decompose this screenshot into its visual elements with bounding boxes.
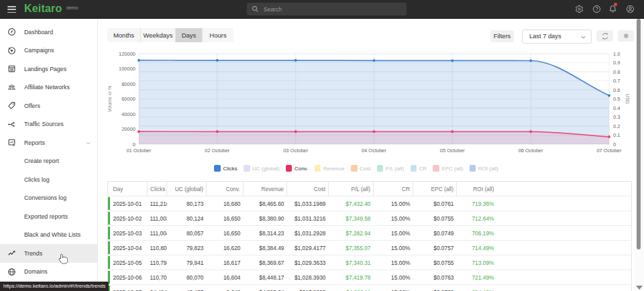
cell-uc-global-: 79,941: [167, 255, 207, 270]
legend-item-conv-[interactable]: Conv.: [286, 165, 308, 172]
svg-text:120000: 120000: [119, 51, 136, 57]
sidebar-item-conversions-log[interactable]: Conversions log: [0, 189, 97, 208]
sidebar-item-label: Campaigns: [24, 47, 54, 54]
help-icon[interactable]: [592, 5, 601, 13]
account-icon[interactable]: [626, 5, 635, 13]
legend-item-epc-all-[interactable]: EPC (all): [433, 165, 463, 172]
tab-days[interactable]: Days: [176, 28, 203, 42]
chevron-down-icon: [580, 34, 586, 40]
legend-item-clicks[interactable]: Clicks: [214, 165, 237, 172]
cell-epc-all-: $0.0763: [413, 270, 457, 285]
cell-roi-all-: 712.64%: [457, 211, 497, 226]
domains-icon: [7, 268, 16, 276]
cell-cost: $1,033.1989: [287, 196, 329, 211]
cell-conv-: 16,604: [207, 270, 244, 285]
settings-gear-icon[interactable]: [575, 5, 584, 13]
app-logo[interactable]: Keitaro: [24, 3, 62, 15]
scrollbar-down-arrow-icon[interactable]: [636, 286, 643, 290]
column-header-day[interactable]: Day: [108, 182, 148, 196]
sidebar-item-exported-reports[interactable]: Exported reports: [0, 207, 97, 226]
column-header-cr[interactable]: CR: [374, 182, 413, 196]
cell-clicks: 64,494: [148, 285, 167, 291]
column-header-epc-all-[interactable]: EPC (all): [413, 182, 457, 196]
svg-text:0.6: 0.6: [613, 87, 620, 93]
svg-text:03 October: 03 October: [283, 148, 309, 154]
refresh-button[interactable]: [596, 30, 613, 42]
search-input[interactable]: Search: [247, 3, 407, 15]
sidebar-item-offers[interactable]: Offers: [0, 97, 97, 115]
sidebar-item-create-report[interactable]: Create report: [0, 152, 97, 171]
sidebar-item-traffic-sources[interactable]: Traffic Sources: [0, 115, 97, 134]
cell-roi-all-: 719.36%: [457, 196, 497, 211]
cell-day: 2025-10-02: [108, 211, 148, 226]
column-header-p-l-all-[interactable]: P/L (all): [329, 182, 374, 196]
cell-cost: $1,029.3633: [287, 255, 329, 270]
column-header-uc-global-[interactable]: UC (global): [167, 182, 207, 196]
legend-color-swatch: [244, 165, 250, 172]
cell-cr: 15.00%: [374, 270, 413, 285]
legend-item-p-l-all-[interactable]: P/L (all): [377, 165, 404, 172]
hamburger-menu-icon[interactable]: [7, 6, 16, 13]
cell-conv-: 16,650: [207, 226, 244, 241]
sidebar-item-campaigns[interactable]: Campaigns: [0, 42, 97, 60]
svg-text:100000: 100000: [119, 66, 136, 72]
cell-conv-: 16,620: [207, 241, 244, 255]
legend-item-cr[interactable]: CR: [411, 165, 427, 172]
column-header-clicks[interactable]: Clicks: [148, 182, 167, 196]
svg-text:0.5: 0.5: [613, 96, 620, 102]
sidebar-item-trends[interactable]: Trends: [0, 244, 97, 263]
table-row: 2025-10-0764,49446,4379,649$4,903.34$617…: [108, 285, 632, 291]
sidebar-item-black-and-white-lists[interactable]: Black and White Lists: [0, 226, 97, 245]
sidebar-item-affiliate-networks[interactable]: Affiliate Networks: [0, 78, 97, 97]
cell-revenue: $8,384.49: [244, 241, 287, 255]
column-header-cost[interactable]: Cost: [287, 182, 329, 196]
filters-button[interactable]: Filters: [490, 30, 514, 42]
sidebar-item-dashboard[interactable]: Dashboard: [0, 23, 97, 42]
trends-table: DayClicksUC (global)Conv.RevenueCostP/L …: [107, 181, 632, 291]
date-range-select[interactable]: Last 7 days: [522, 30, 592, 44]
table-row: 2025-10-04110,80679,82316,620$8,384.49$1…: [108, 241, 632, 255]
tab-weekdays[interactable]: Weekdays: [141, 28, 176, 42]
cell-filler: [497, 196, 632, 211]
svg-text:1.0: 1.0: [613, 51, 620, 57]
tab-hours[interactable]: Hours: [203, 28, 233, 42]
sidebar-item-clicks-log[interactable]: Clicks log: [0, 170, 97, 189]
svg-text:0.8: 0.8: [613, 69, 620, 75]
chart-settings-button[interactable]: [618, 30, 634, 42]
column-header-roi-all-[interactable]: ROI (all): [457, 182, 497, 196]
legend-color-swatch: [377, 165, 384, 172]
sidebar-item-landings-pages[interactable]: Landings Pages: [0, 60, 97, 78]
sidebar-item-domains[interactable]: Domains: [0, 263, 97, 282]
legend-color-swatch: [433, 165, 439, 172]
legend-item-roi-all-[interactable]: ROI (all): [470, 165, 498, 172]
svg-text:0: 0: [133, 141, 136, 148]
trends-chart: 02000040000600008000010000012000000.10.2…: [101, 47, 637, 160]
campaigns-icon: [7, 46, 16, 55]
svg-text:80000: 80000: [121, 81, 136, 87]
cell-revenue: $8,314.23: [244, 226, 287, 241]
tab-months[interactable]: Months: [107, 28, 141, 42]
trends-icon: [7, 249, 16, 257]
cell-uc-global-: 79,823: [167, 241, 207, 255]
column-header-revenue[interactable]: Revenue: [244, 182, 287, 196]
date-range-value: Last 7 days: [529, 33, 561, 40]
page-scrollbar[interactable]: [635, 19, 644, 291]
legend-item-revenue[interactable]: Revenue: [315, 165, 345, 172]
scrollbar-thumb[interactable]: [637, 19, 641, 249]
logo-demo-badge: demo: [66, 5, 78, 10]
traffic-sources-icon: [7, 120, 16, 129]
cell-epc-all-: $0.0757: [413, 241, 457, 255]
landings-pages-icon: [7, 64, 16, 73]
cell-filler: [497, 285, 632, 291]
svg-text:07 October: 07 October: [596, 148, 622, 154]
svg-text:40000: 40000: [121, 111, 136, 117]
legend-label: Cost: [360, 166, 370, 172]
legend-item-uc-global-[interactable]: UC (global): [244, 165, 279, 172]
notification-badge: [614, 3, 617, 6]
column-header-conv-[interactable]: Conv.: [207, 182, 244, 196]
cell-roi-all-: 706.19%: [457, 226, 497, 241]
cell-revenue: $4,903.34: [244, 285, 287, 291]
sidebar-item-reports[interactable]: Reports: [0, 133, 97, 152]
cell-roi-all-: 694.49%: [457, 285, 497, 291]
legend-item-cost[interactable]: Cost: [351, 165, 370, 172]
